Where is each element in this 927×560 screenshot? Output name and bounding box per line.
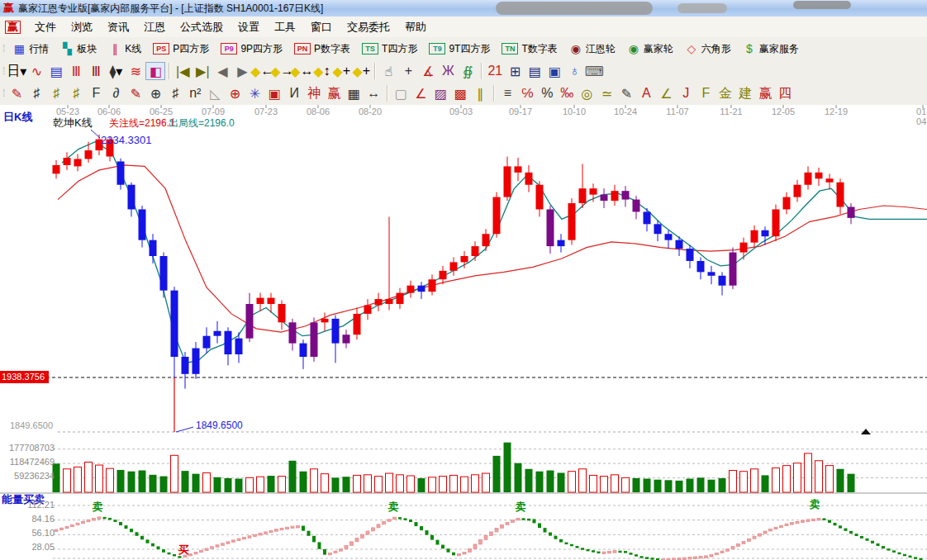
quotes-button[interactable]: ▦行情 (7, 40, 54, 59)
ruler-123-tool[interactable]: ▦ (344, 84, 364, 102)
menu-item-浏览[interactable]: 浏览 (64, 18, 100, 36)
background-artifact (496, 2, 653, 15)
chart-style-tool[interactable]: ∿ (26, 62, 46, 80)
notes-tool[interactable]: ▤ (525, 62, 544, 80)
remote-assist-tool[interactable]: ⌨ (584, 62, 604, 80)
fan-lines-tool[interactable]: ∠ (411, 84, 430, 102)
zoom-in-all-tool[interactable]: ◆+ (331, 62, 351, 80)
angle-gold-tool[interactable]: ∠ (656, 84, 676, 102)
ruler-123-icon: ▦ (348, 86, 360, 102)
box-target-tool[interactable]: ▣ (264, 84, 284, 102)
cycle-circle-tool[interactable]: ⊕ (145, 84, 165, 102)
hexagon-button[interactable]: ◇六角形 (680, 40, 736, 59)
bars-9-tool[interactable]: Ⅲ (86, 62, 106, 80)
net-update-tool[interactable]: ♁ (564, 62, 584, 80)
zoom-horizontal-tool[interactable]: ◆↔ (292, 62, 311, 80)
menu-item-交易委托[interactable]: 交易委托 (340, 18, 397, 36)
line-cluster-tool[interactable]: ♯ (165, 84, 185, 102)
period-day-dropdown-tool[interactable]: 日▾ (7, 62, 26, 80)
gold-circle-tool[interactable]: ◎ (577, 84, 597, 102)
p-square-button[interactable]: PSP四方形 (148, 40, 214, 59)
parallel-lines-tool[interactable]: ∥ (470, 84, 490, 102)
calendar-tool[interactable]: 21 (485, 62, 505, 80)
p-number-table-button[interactable]: PNP数字表 (289, 40, 355, 59)
ping-a-tool[interactable]: A (636, 84, 656, 102)
pen-dark-tool[interactable]: ✎ (616, 84, 636, 102)
calculator-tool[interactable]: ⊞ (505, 62, 525, 80)
menu-item-工具[interactable]: 工具 (267, 18, 303, 36)
9p-square-button[interactable]: P99P四方形 (216, 40, 288, 59)
n-square-tool[interactable]: n² (185, 84, 205, 102)
angle-jian-tool[interactable]: 建 (735, 84, 755, 102)
box-frame-tool[interactable]: ▢ (391, 84, 411, 102)
hand-tool-tool[interactable]: ☝ (378, 62, 398, 80)
f-lines-tool[interactable]: F (86, 84, 106, 102)
spiral-tool-tool[interactable]: ∯ (458, 62, 478, 80)
menu-item-文件[interactable]: 文件 (27, 18, 64, 36)
star-web-tool[interactable]: ✳ (245, 84, 264, 102)
winner-wheel-button[interactable]: ◉赢家轮 (622, 40, 678, 59)
app-menu-logo-icon[interactable]: 赢 (5, 21, 21, 34)
gold-level-tool[interactable]: ≃ (597, 84, 616, 102)
crosshair-tool-tool[interactable]: + (398, 62, 418, 80)
bars-3-tool[interactable]: Ⅲ (66, 62, 86, 80)
winner-service-button[interactable]: $赢家服务 (738, 40, 804, 59)
pen-flag-icon: ✎ (131, 86, 141, 102)
gann-tool-purple-tool[interactable]: Ж (438, 62, 458, 80)
angle-measure-tool[interactable]: ∡ (418, 62, 438, 80)
9t-square-button[interactable]: T99T四方形 (424, 40, 495, 59)
histogram-style-tool[interactable]: ◧ (145, 62, 165, 80)
angle-si-tool[interactable]: 四 (775, 84, 795, 102)
pattern-box-tool[interactable]: ≋ (126, 62, 145, 80)
menu-item-公式选股[interactable]: 公式选股 (173, 18, 231, 36)
menu-item-江恩[interactable]: 江恩 (136, 18, 173, 36)
angle-f-tool[interactable]: F (696, 84, 715, 102)
shift-right-tool[interactable]: ◆→ (272, 62, 292, 80)
gann-tool-purple-icon: Ж (442, 64, 454, 78)
grid-purple-tool[interactable]: ▨ (430, 84, 450, 102)
hexagon-label: 六角形 (701, 42, 731, 56)
menu-item-设置[interactable]: 设置 (231, 18, 267, 36)
gann-wheel-button[interactable]: ◉江恩轮 (564, 40, 620, 59)
t-square-button[interactable]: TST四方形 (357, 40, 422, 59)
triangle-mirror-tool[interactable]: ◺ (205, 84, 225, 102)
kline-button[interactable]: ∥K线 (103, 40, 146, 59)
menu-item-帮助[interactable]: 帮助 (397, 18, 434, 36)
zoom-out-all-tool[interactable]: ◆+ (351, 62, 371, 80)
angle-j-tool[interactable]: J (676, 84, 696, 102)
percent-gauge-tool[interactable]: ℅ (517, 84, 537, 102)
pen-flag-tool[interactable]: ✎ (126, 84, 145, 102)
ying-tool-tool[interactable]: 赢 (324, 84, 344, 102)
shift-left-tool[interactable]: ◆← (252, 62, 272, 80)
sectors-button[interactable]: ▚板块 (55, 40, 102, 59)
grid-red-tool[interactable]: ▩ (450, 84, 470, 102)
gold-comb-1-tool[interactable]: ♯ (46, 84, 66, 102)
percent-tool[interactable]: % (537, 84, 557, 102)
s-curve-tool[interactable]: ∂ (106, 84, 126, 102)
volume-profile-tool[interactable]: ≡ (497, 84, 517, 102)
gann-comb-tool[interactable]: ♯ (26, 84, 46, 102)
pen-tool[interactable]: ✎ (7, 84, 26, 102)
page-next-tool[interactable]: ▶ (232, 62, 252, 80)
zoom-vertical-tool[interactable]: ◆↕ (311, 62, 331, 80)
menu-item-资讯[interactable]: 资讯 (100, 18, 136, 36)
angle-ying-tool[interactable]: 赢 (755, 84, 775, 102)
shen-tool-tool[interactable]: 神 (304, 84, 324, 102)
width-measure-tool[interactable]: ↔ (364, 84, 383, 102)
page-prev-tool[interactable]: ◀ (212, 62, 232, 80)
jump-first-tool[interactable]: |◀ (173, 62, 193, 80)
jump-last-tool[interactable]: ▶| (193, 62, 212, 80)
menu-item-窗口[interactable]: 窗口 (303, 18, 340, 36)
toolbar-separator (387, 85, 387, 102)
candle-type-dropdown-tool[interactable]: ⧫▾ (106, 62, 126, 80)
chart-canvas[interactable] (0, 105, 927, 560)
t-number-table-button[interactable]: TNT数字表 (497, 40, 562, 59)
save-tool[interactable]: ▣ (544, 62, 564, 80)
gold-comb-2-tool[interactable]: ♯ (66, 84, 86, 102)
wave-mark-tool[interactable]: И (284, 84, 304, 102)
target-red-tool[interactable]: ⊕ (225, 84, 245, 102)
angle-jin-tool[interactable]: 金 (715, 84, 735, 102)
permille-tool[interactable]: ‰ (557, 84, 577, 102)
info-panel-tool[interactable]: ▤ (46, 62, 66, 80)
background-artifact (793, 1, 851, 9)
